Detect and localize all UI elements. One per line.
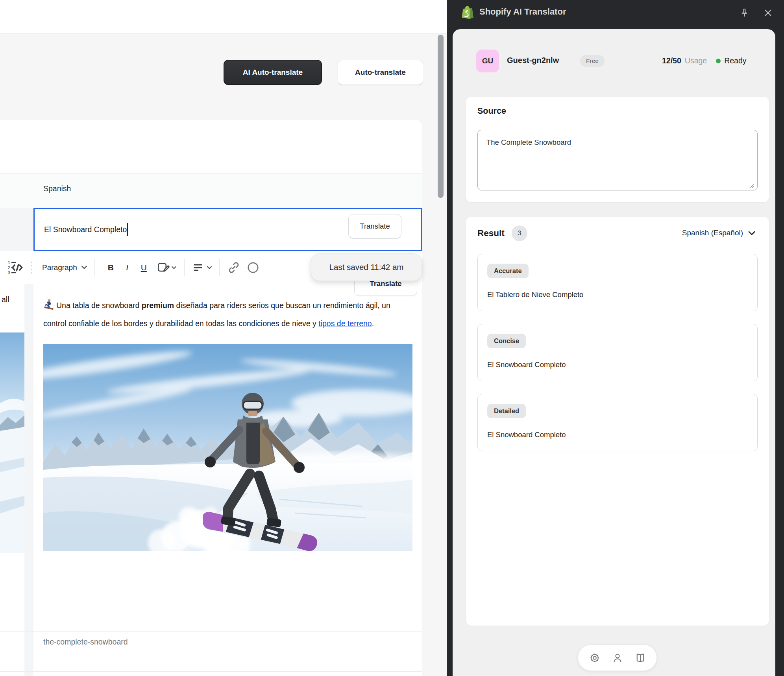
usage-value: 12/50 [662, 56, 681, 65]
source-text-fragment: all [2, 295, 9, 304]
pin-icon[interactable] [737, 5, 752, 20]
result-count-badge: 3 [512, 225, 527, 241]
code-view-icon[interactable]: 1 2 3 [7, 259, 24, 276]
desc-lead: Una tabla de snowboard [56, 301, 142, 310]
desc-bold: premium [142, 301, 174, 310]
text-align-button[interactable] [192, 261, 205, 274]
app-window: View store Save AI Auto-translate Auto-t… [0, 0, 784, 676]
language-label: Spanish [43, 184, 71, 193]
snowboarder-image [43, 344, 412, 551]
text-color-button[interactable] [156, 260, 170, 275]
clock-icon[interactable] [246, 261, 260, 274]
toolbar-divider [94, 259, 95, 276]
resize-handle-icon[interactable] [749, 182, 754, 187]
result-item-detailed[interactable]: Detailed El Snowboard Completo [477, 394, 758, 451]
chevron-down-icon[interactable] [171, 266, 177, 270]
main-scrollbar[interactable] [438, 35, 444, 198]
result-language-selector[interactable]: Spanish (Español) [682, 229, 756, 237]
text-caret [127, 223, 128, 236]
ai-auto-translate-button[interactable]: AI Auto-translate [224, 60, 322, 85]
paragraph-style-label: Paragraph [42, 263, 77, 272]
settings-gear-icon[interactable] [589, 652, 601, 664]
result-header: Result 3 [477, 225, 527, 241]
panel-dock [578, 645, 657, 671]
status-text: Ready [724, 56, 746, 65]
source-card: Source The Complete Snowboard [466, 97, 769, 202]
account-person-icon[interactable] [612, 652, 623, 664]
url-slug-value: the-complete-snowboard [43, 637, 128, 646]
last-saved-tooltip: Last saved 11:42 am [311, 253, 422, 281]
result-item-badge: Accurate [487, 264, 529, 278]
source-image-fragment [0, 332, 24, 553]
underline-button[interactable]: U [135, 263, 152, 272]
column-gutter [24, 284, 33, 676]
paragraph-style-dropdown[interactable]: Paragraph [42, 263, 87, 272]
chevron-down-icon [748, 231, 756, 236]
svg-text:1: 1 [8, 260, 10, 264]
source-textarea[interactable]: The Complete Snowboard [477, 130, 758, 190]
close-icon[interactable] [760, 5, 775, 20]
result-item-value: El Snowboard Completo [487, 430, 566, 439]
source-heading: Source [477, 106, 506, 116]
avatar: GU [476, 50, 499, 72]
result-item-value: El Snowboard Completo [487, 360, 566, 369]
column-gutter [0, 208, 33, 251]
toolbar-divider [184, 259, 185, 276]
result-item-badge: Detailed [487, 404, 526, 418]
title-input-value: El Snowboard Completo [44, 225, 127, 234]
usage-label: Usage [685, 56, 707, 65]
description-paragraph: Una tabla de snowboard premium diseñada … [43, 297, 399, 331]
column-gutter [24, 631, 33, 676]
result-item-badge: Concise [487, 334, 526, 348]
svg-text:2: 2 [8, 265, 10, 270]
desc-link[interactable]: tipos de terreno [318, 319, 372, 328]
chevron-down-icon[interactable] [207, 266, 212, 270]
chevron-down-icon [81, 265, 87, 270]
user-name: Guest-gn2nlw [507, 56, 559, 65]
row-divider [0, 671, 422, 672]
svg-text:3: 3 [8, 270, 10, 275]
result-heading: Result [477, 228, 505, 238]
usage-status: 12/50 Usage Ready [662, 56, 747, 65]
result-item-accurate[interactable]: Accurate El Tablero de Nieve Completo [477, 254, 758, 311]
drag-handle-icon[interactable] [31, 262, 32, 273]
status-dot [716, 59, 721, 63]
result-language-label: Spanish (Español) [682, 229, 743, 237]
panel-title: Shopify AI Translator [479, 7, 566, 17]
result-card: Result 3 Spanish (Español) Accurate El T… [466, 217, 769, 626]
row-divider [0, 631, 422, 632]
result-item-concise[interactable]: Concise El Snowboard Completo [477, 324, 758, 381]
bold-button[interactable]: B [102, 263, 119, 272]
result-item-value: El Tablero de Nieve Completo [487, 290, 583, 299]
insert-link-button[interactable] [227, 260, 241, 275]
plan-badge: Free [580, 55, 605, 67]
desc-end: . [372, 319, 374, 328]
shopify-logo-icon [460, 5, 475, 22]
docs-book-icon[interactable] [634, 652, 646, 664]
toolbar-divider [219, 259, 220, 276]
auto-translate-button[interactable]: Auto-translate [338, 60, 423, 85]
title-translate-button[interactable]: Translate [348, 214, 401, 238]
italic-button[interactable]: I [119, 263, 135, 272]
main-topbar [0, 0, 447, 33]
snowboarder-emoji-icon [43, 299, 54, 316]
